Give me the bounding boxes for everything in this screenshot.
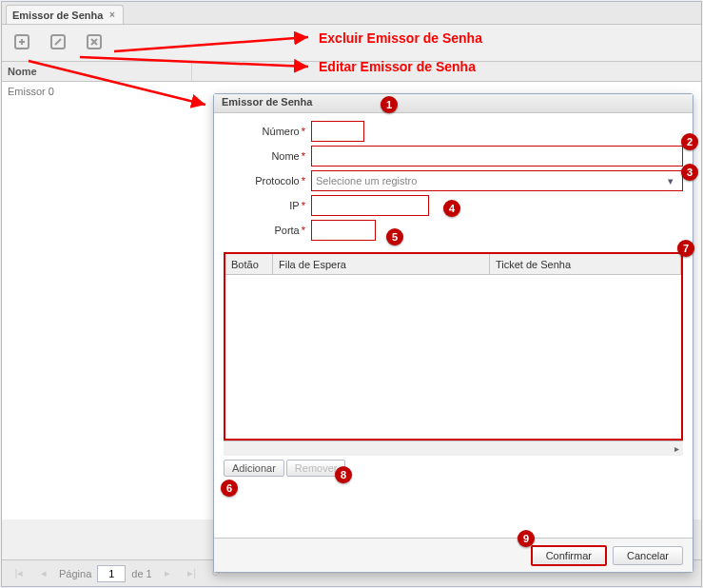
delete-icon [84,31,107,54]
scroll-right-icon: ▸ [674,443,679,454]
of-label: de 1 [131,568,151,579]
tab-label: Emissor de Senha [12,10,103,21]
subgrid-header: Botão Fila de Espera Ticket de Senha [225,254,681,275]
porta-input[interactable] [311,220,376,241]
subgrid-col-fila[interactable]: Fila de Espera [273,254,490,274]
subgrid: Botão Fila de Espera Ticket de Senha [224,252,683,441]
remover-button[interactable]: Remover [286,460,346,477]
adicionar-button[interactable]: Adicionar [224,460,284,477]
label-nome: Nome [271,150,299,162]
delete-button[interactable] [82,30,108,55]
page-label: Página [59,568,91,579]
add-button[interactable] [10,30,36,55]
confirmar-button[interactable]: Confirmar [531,545,607,566]
last-page-button[interactable]: ▸| [183,564,202,583]
tab-bar: Emissor de Senha × [2,2,701,25]
cancelar-button[interactable]: Cancelar [613,546,683,565]
label-ip: IP [289,200,299,211]
nome-input[interactable] [311,146,683,167]
tab-emissor-senha[interactable]: Emissor de Senha × [6,5,124,24]
numero-input[interactable] [311,121,364,142]
subgrid-body[interactable] [225,275,681,439]
modal-emissor-senha: Emissor de Senha Número* Nome* Protocolo… [213,93,693,573]
modal-footer: Confirmar Cancelar [214,538,693,572]
label-numero: Número [263,126,300,137]
grid-col-nome[interactable]: Nome [2,62,192,81]
first-page-button[interactable]: |◂ [10,564,29,583]
close-icon[interactable]: × [107,10,117,20]
edit-button[interactable] [46,30,72,55]
edit-icon [48,31,70,54]
protocolo-placeholder: Selecione um registro [316,175,417,186]
subgrid-col-ticket[interactable]: Ticket de Senha [490,254,681,274]
add-icon [11,31,34,54]
prev-page-button[interactable]: ◂ [34,564,53,583]
modal-form: Número* Nome* Protocolo* Selecione um re… [214,113,693,248]
toolbar [2,25,701,61]
grid-header: Nome [2,61,701,82]
label-porta: Porta [274,225,299,236]
chevron-down-icon: ▾ [663,173,678,188]
subgrid-scrollbar[interactable]: ▸ [224,441,683,456]
label-protocolo: Protocolo [255,175,299,186]
next-page-button[interactable]: ▸ [158,564,177,583]
cell-nome: Emissor 0 [8,86,54,97]
page-input[interactable] [97,565,126,582]
sub-toolbar: Adicionar Remover [214,456,693,480]
modal-title: Emissor de Senha [214,94,693,113]
protocolo-select[interactable]: Selecione um registro ▾ [311,170,683,191]
ip-input[interactable] [311,195,429,216]
subgrid-col-botao[interactable]: Botão [225,254,273,274]
